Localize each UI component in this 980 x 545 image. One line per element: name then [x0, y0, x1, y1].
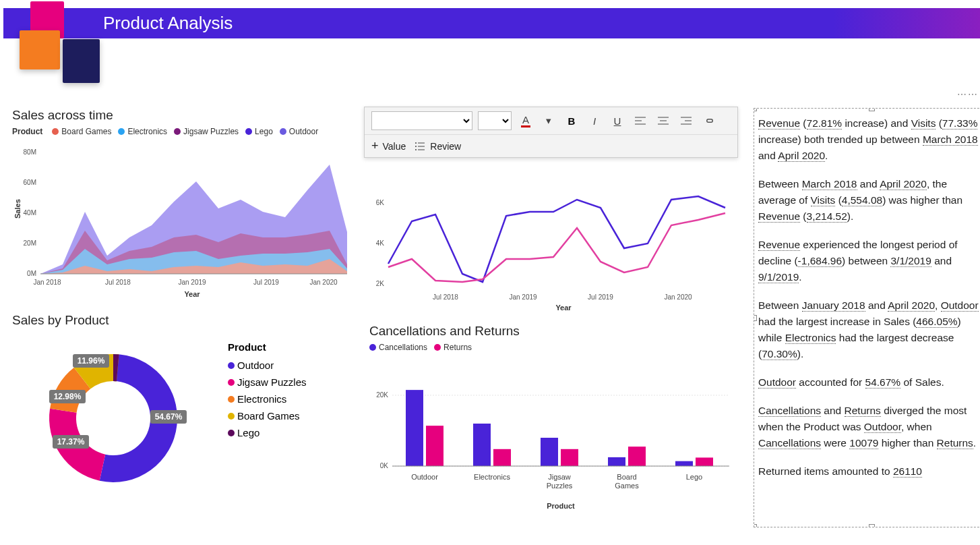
- page-title: Product Analysis: [103, 13, 233, 34]
- review-button[interactable]: Review: [415, 141, 461, 152]
- legend-item[interactable]: Jigsaw Puzzles: [174, 127, 239, 136]
- plus-icon: +: [371, 139, 379, 153]
- drag-handle-icon[interactable]: ⋯⋯: [957, 89, 979, 100]
- bold-button[interactable]: B: [563, 112, 580, 130]
- svg-text:12.98%: 12.98%: [54, 392, 82, 401]
- svg-point-12: [415, 142, 417, 144]
- legend-item[interactable]: Outdoor: [228, 360, 307, 371]
- svg-text:20M: 20M: [24, 239, 36, 247]
- svg-rect-54: [608, 457, 625, 466]
- align-right-button[interactable]: [677, 112, 695, 130]
- svg-text:2K: 2K: [376, 280, 385, 287]
- svg-text:Jul 2018: Jul 2018: [433, 293, 458, 301]
- svg-text:Puzzles: Puzzles: [547, 482, 573, 490]
- column-right: Revenue (72.81% increase) and Visits (77…: [754, 108, 980, 538]
- logo: [10, 0, 94, 88]
- svg-rect-52: [541, 438, 558, 466]
- svg-rect-48: [406, 390, 423, 466]
- svg-text:40M: 40M: [24, 209, 36, 217]
- legend-item[interactable]: Board Games: [228, 410, 307, 422]
- legend-item[interactable]: Board Games: [52, 127, 111, 136]
- svg-text:Jan 2018: Jan 2018: [33, 279, 61, 286]
- legend-label: Product: [228, 341, 307, 353]
- italic-button[interactable]: I: [586, 112, 603, 130]
- align-left-button[interactable]: [632, 112, 649, 130]
- chart-cancellations-returns[interactable]: 0K 20K Product OutdoorElectronicsJigsawP…: [369, 355, 733, 523]
- legend-item[interactable]: Electronics: [118, 127, 167, 136]
- svg-text:Jul 2018: Jul 2018: [105, 279, 131, 286]
- add-value-button[interactable]: + Value: [371, 139, 406, 153]
- link-button[interactable]: [700, 112, 718, 130]
- legend-item[interactable]: Electronics: [228, 393, 307, 405]
- svg-rect-53: [561, 449, 578, 466]
- svg-text:Jigsaw: Jigsaw: [548, 473, 571, 481]
- chart3-legend: Product Outdoor Jigsaw Puzzles Electroni…: [228, 341, 307, 506]
- svg-text:0K: 0K: [380, 462, 389, 469]
- insight-text: Between March 2018 and April 2020, the a…: [758, 176, 980, 225]
- font-color-dropdown-icon[interactable]: ▾: [540, 112, 557, 130]
- legend-item[interactable]: Lego: [245, 127, 273, 136]
- chart-sales-across-time[interactable]: 0M 20M 40M 60M 80M Sales Jan 2018 Jul 20…: [12, 139, 356, 301]
- legend-label: Product: [12, 127, 42, 136]
- value-label: Value: [383, 141, 406, 152]
- legend-item[interactable]: Lego: [228, 427, 307, 438]
- svg-text:54.67%: 54.67%: [155, 412, 183, 422]
- svg-text:Jul 2019: Jul 2019: [253, 279, 279, 286]
- svg-rect-49: [426, 426, 443, 466]
- svg-text:Year: Year: [184, 290, 200, 298]
- legend-item[interactable]: Jigsaw Puzzles: [228, 376, 307, 388]
- insight-text: Cancellations and Returns diverged the m…: [758, 403, 980, 451]
- svg-point-13: [415, 146, 417, 147]
- svg-text:0M: 0M: [27, 270, 36, 277]
- font-size-select[interactable]: [478, 111, 512, 130]
- svg-text:Lego: Lego: [686, 473, 702, 481]
- svg-text:Jan 2019: Jan 2019: [178, 279, 206, 286]
- svg-text:Games: Games: [615, 482, 639, 490]
- column-left: Sales across time Product Board Games El…: [12, 108, 363, 538]
- chart4-legend: Cancellations Returns: [369, 343, 747, 352]
- insight-text: Returned items amounted to 26110: [758, 463, 980, 480]
- column-middle: 2K 4K 6K Jul 2018 Jan 2019 Jul 2019 Jan …: [369, 108, 747, 538]
- insight-text: Revenue experienced the longest period o…: [758, 237, 980, 285]
- legend-item[interactable]: Returns: [434, 343, 472, 352]
- list-check-icon: [415, 142, 426, 151]
- svg-text:11.96%: 11.96%: [78, 356, 105, 366]
- svg-text:4K: 4K: [376, 239, 385, 247]
- svg-rect-51: [493, 449, 511, 466]
- insight-text: Between January 2018 and April 2020, Out…: [758, 297, 980, 362]
- svg-text:Product: Product: [547, 502, 575, 510]
- font-color-button[interactable]: A: [517, 112, 534, 130]
- chart-sales-by-product[interactable]: 11.96% 12.98% 17.37% 54.67%: [12, 337, 214, 506]
- text-format-toolbar: A ▾ B I U + Value Review: [364, 107, 738, 158]
- svg-text:6K: 6K: [376, 199, 385, 206]
- svg-text:Jul 2019: Jul 2019: [588, 293, 613, 301]
- svg-text:Board: Board: [617, 473, 636, 481]
- header-bar: Product Analysis: [3, 8, 980, 38]
- chart1-legend: Product Board Games Electronics Jigsaw P…: [12, 127, 363, 136]
- svg-text:Jan 2019: Jan 2019: [509, 293, 537, 301]
- smart-narrative[interactable]: Revenue (72.81% increase) and Visits (77…: [754, 108, 980, 527]
- svg-rect-50: [473, 424, 491, 466]
- svg-text:Jan 2020: Jan 2020: [664, 293, 692, 301]
- svg-rect-55: [628, 447, 646, 466]
- underline-button[interactable]: U: [609, 112, 626, 130]
- insight-text: Outdoor accounted for 54.67% of Sales.: [758, 374, 980, 391]
- chart3-title: Sales by Product: [12, 313, 363, 328]
- svg-rect-57: [696, 457, 713, 466]
- svg-point-14: [415, 149, 417, 150]
- svg-text:Electronics: Electronics: [474, 473, 510, 481]
- font-family-select[interactable]: [371, 111, 472, 130]
- chart-revenue-visits[interactable]: 2K 4K 6K Jul 2018 Jan 2019 Jul 2019 Jan …: [369, 170, 733, 312]
- svg-text:60M: 60M: [24, 179, 36, 186]
- insight-text: Revenue (72.81% increase) and Visits (77…: [758, 115, 980, 164]
- legend-item[interactable]: Outdoor: [280, 127, 318, 136]
- chart4-title: Cancellations and Returns: [369, 324, 747, 339]
- svg-text:17.37%: 17.37%: [57, 437, 85, 447]
- svg-text:Year: Year: [555, 304, 572, 312]
- svg-text:Jan 2020: Jan 2020: [309, 279, 338, 286]
- svg-rect-56: [675, 461, 693, 466]
- legend-item[interactable]: Cancellations: [369, 343, 427, 352]
- chart1-title: Sales across time: [12, 108, 363, 123]
- svg-text:Outdoor: Outdoor: [411, 473, 438, 481]
- align-center-button[interactable]: [654, 112, 672, 130]
